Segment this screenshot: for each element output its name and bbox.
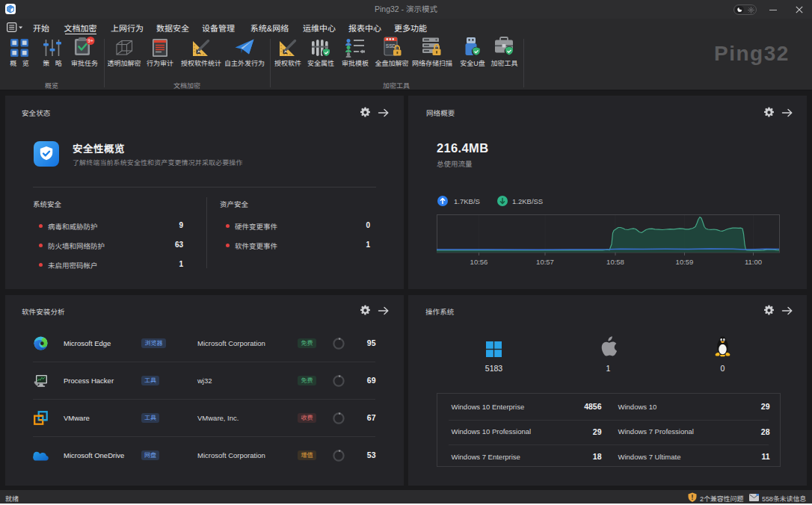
svg-text:10:59: 10:59 — [676, 258, 694, 266]
svg-text:11:00: 11:00 — [745, 258, 762, 266]
svg-text:10:57: 10:57 — [536, 258, 554, 266]
svg-text:10:58: 10:58 — [606, 258, 624, 266]
svg-text:9+: 9+ — [87, 38, 93, 43]
svg-text:10:56: 10:56 — [470, 258, 488, 266]
svg-text:SSD: SSD — [386, 43, 396, 49]
